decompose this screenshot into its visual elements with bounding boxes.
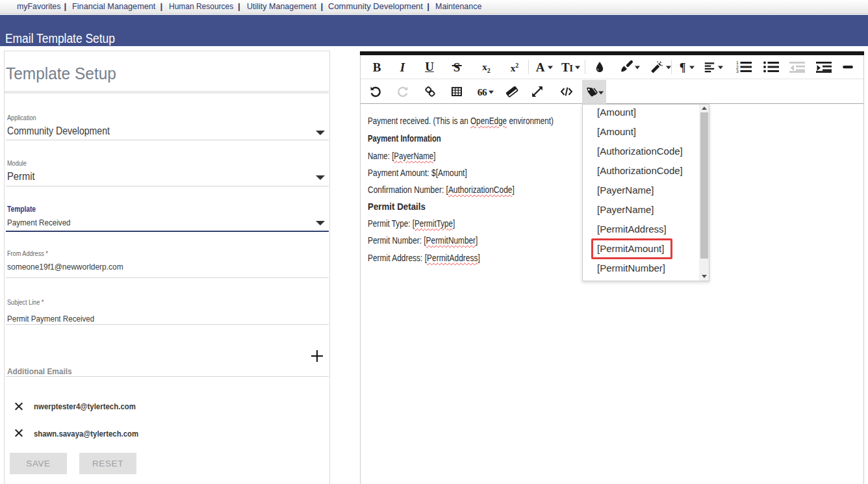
svg-text:3: 3 (736, 69, 739, 73)
